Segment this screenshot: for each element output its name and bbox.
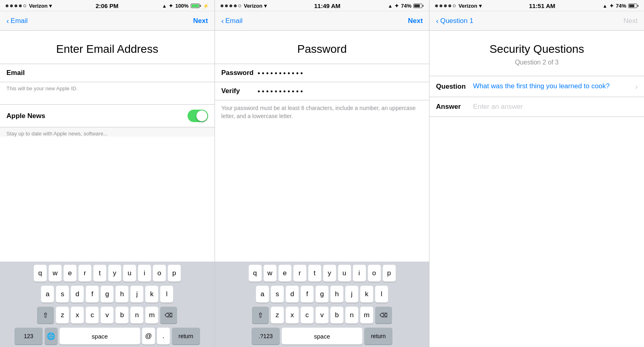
key-g[interactable]: g: [101, 286, 114, 303]
key2-p[interactable]: p: [383, 265, 396, 282]
key-v[interactable]: v: [101, 307, 114, 324]
key-p[interactable]: p: [168, 265, 181, 282]
key2-m[interactable]: m: [360, 307, 373, 324]
key-c[interactable]: c: [86, 307, 99, 324]
key-z[interactable]: z: [56, 307, 69, 324]
nav-bar-1: ‹ Email Next: [0, 11, 215, 31]
key2-t[interactable]: t: [308, 265, 321, 282]
key2-c[interactable]: c: [301, 307, 314, 324]
key-o[interactable]: o: [153, 265, 166, 282]
charging-icon: ⚡: [203, 3, 209, 9]
shift-key-2[interactable]: ⇧: [252, 307, 269, 324]
key-y[interactable]: y: [108, 265, 121, 282]
key-r[interactable]: r: [78, 265, 91, 282]
wifi-icon-2: ▾: [264, 3, 267, 9]
key-b[interactable]: b: [116, 307, 128, 324]
key2-o[interactable]: o: [368, 265, 381, 282]
verify-field-row[interactable]: Verify ●●●●●●●●●●●: [215, 82, 429, 100]
battery-icon: [191, 4, 201, 8]
apple-news-label: Apple News: [6, 112, 45, 120]
at-key[interactable]: @: [142, 328, 155, 345]
key-w[interactable]: w: [49, 265, 62, 282]
key2-n[interactable]: n: [345, 307, 358, 324]
page-title-3: Security Questions: [429, 31, 644, 59]
numbers-key-2[interactable]: .?123: [252, 328, 280, 345]
password-input[interactable]: ●●●●●●●●●●●: [258, 71, 423, 75]
key-i[interactable]: i: [138, 265, 151, 282]
key2-d[interactable]: d: [286, 286, 299, 303]
back-button-2[interactable]: ‹ Email: [221, 17, 243, 25]
password-field-row[interactable]: Password ●●●●●●●●●●●: [215, 64, 429, 82]
space-key-2[interactable]: space: [282, 328, 362, 345]
key2-l[interactable]: l: [375, 286, 388, 303]
question-label: Question: [436, 82, 468, 91]
key-m[interactable]: m: [145, 307, 158, 324]
key2-a[interactable]: a: [256, 286, 269, 303]
key-l[interactable]: l: [160, 286, 173, 303]
question-row[interactable]: Question What was the first thing you le…: [429, 76, 644, 97]
status-bar-2: Verizon ▾ 11:49 AM ▲ ✦ 74%: [215, 0, 429, 11]
question-text[interactable]: What was the first thing you learned to …: [473, 82, 630, 91]
verify-input[interactable]: ●●●●●●●●●●●: [258, 89, 423, 94]
delete-key[interactable]: ⌫: [160, 307, 177, 324]
delete-key-2[interactable]: ⌫: [375, 307, 392, 324]
key2-y[interactable]: y: [323, 265, 336, 282]
key-k[interactable]: k: [145, 286, 158, 303]
key-u[interactable]: u: [123, 265, 136, 282]
key-e[interactable]: e: [64, 265, 76, 282]
key2-u[interactable]: u: [338, 265, 351, 282]
time-label: 2:06 PM: [96, 2, 119, 9]
chevron-right-icon: ›: [635, 82, 638, 91]
key-n[interactable]: n: [130, 307, 143, 324]
return-key-2[interactable]: return: [364, 328, 392, 345]
signal-dot: [444, 4, 447, 7]
key-q[interactable]: q: [34, 265, 47, 282]
key-x[interactable]: x: [71, 307, 84, 324]
email-field-row[interactable]: Email: [0, 64, 215, 82]
key2-z[interactable]: z: [271, 307, 284, 324]
password-field-label: Password: [221, 69, 258, 77]
bluetooth-icon: ✦: [169, 3, 173, 9]
space-key[interactable]: space: [60, 328, 140, 345]
key2-j[interactable]: j: [345, 286, 358, 303]
answer-row[interactable]: Answer Enter an answer: [429, 97, 644, 117]
key-h[interactable]: h: [116, 286, 128, 303]
globe-key[interactable]: 🌐: [45, 328, 58, 345]
bluetooth-icon-3: ✦: [609, 3, 614, 9]
screen-security: Verizon ▾ 11:51 AM ▲ ✦ 74% ‹ Question 1 …: [429, 0, 644, 347]
answer-input[interactable]: Enter an answer: [473, 103, 523, 111]
key2-i[interactable]: i: [353, 265, 366, 282]
key2-f[interactable]: f: [301, 286, 314, 303]
key2-x[interactable]: x: [286, 307, 299, 324]
chevron-left-icon: ‹: [6, 17, 9, 25]
battery-label-2: 74%: [401, 3, 411, 9]
numbers-key[interactable]: 123: [14, 328, 43, 345]
key2-h[interactable]: h: [330, 286, 343, 303]
return-key[interactable]: return: [172, 328, 200, 345]
key2-g[interactable]: g: [316, 286, 328, 303]
key-t[interactable]: t: [93, 265, 106, 282]
key2-b[interactable]: b: [330, 307, 343, 324]
key2-k[interactable]: k: [360, 286, 373, 303]
nav-bar-3: ‹ Question 1 Next: [429, 11, 644, 31]
next-button-1[interactable]: Next: [193, 17, 208, 25]
key2-w[interactable]: w: [264, 265, 277, 282]
key-j[interactable]: j: [130, 286, 143, 303]
key2-q[interactable]: q: [249, 265, 262, 282]
key-s[interactable]: s: [56, 286, 69, 303]
keyboard2-row-4: .?123 space return: [216, 328, 428, 345]
key2-e[interactable]: e: [279, 265, 291, 282]
key2-s[interactable]: s: [271, 286, 284, 303]
period-key[interactable]: .: [157, 328, 170, 345]
key-f[interactable]: f: [86, 286, 99, 303]
apple-news-toggle[interactable]: [188, 110, 208, 122]
key-d[interactable]: d: [71, 286, 84, 303]
back-button-3[interactable]: ‹ Question 1: [436, 17, 473, 25]
key2-r[interactable]: r: [293, 265, 306, 282]
shift-key[interactable]: ⇧: [37, 307, 54, 324]
location-icon-2: ▲: [388, 3, 392, 9]
back-button-1[interactable]: ‹ Email: [6, 17, 28, 25]
next-button-2[interactable]: Next: [408, 17, 423, 25]
key2-v[interactable]: v: [316, 307, 328, 324]
key-a[interactable]: a: [41, 286, 54, 303]
